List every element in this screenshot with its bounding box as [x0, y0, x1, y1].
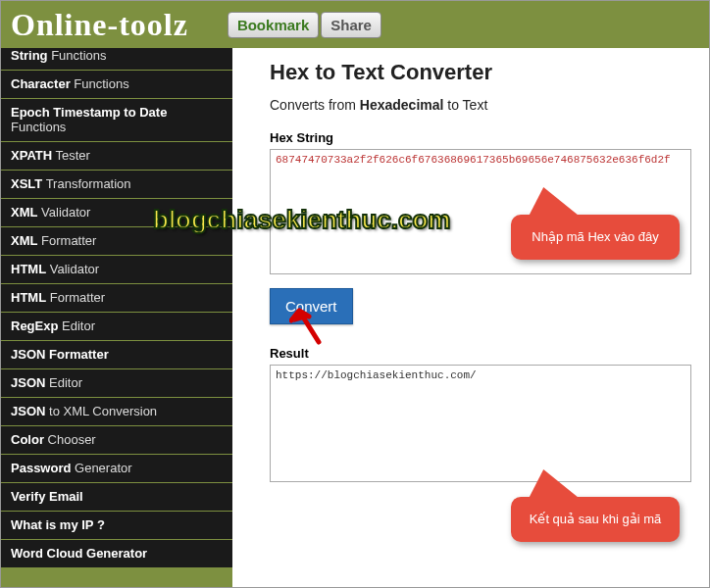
sidebar: String Functions Character Functions Epo…	[1, 48, 232, 588]
sidebar-item-xpath[interactable]: XPATH Tester	[1, 142, 232, 171]
sidebar-item-json-editor[interactable]: JSON Editor	[1, 369, 232, 398]
sidebar-item-html-formatter[interactable]: HTML Formatter	[1, 284, 232, 313]
header-bar: Online-toolz Bookmark Share	[1, 1, 709, 48]
sidebar-item-json-xml[interactable]: JSON to XML Conversion	[1, 398, 232, 426]
sidebar-item-verify-email[interactable]: Verify Email	[1, 483, 232, 512]
result-label: Result	[270, 346, 691, 361]
convert-button[interactable]: Convert	[270, 288, 353, 324]
bookmark-button[interactable]: Bookmark	[228, 12, 319, 38]
share-button[interactable]: Share	[321, 12, 381, 38]
page-title: Hex to Text Converter	[270, 60, 691, 85]
sidebar-item-regexp[interactable]: RegExp Editor	[1, 313, 232, 341]
main-panel: Hex to Text Converter Converts from Hexa…	[232, 48, 709, 588]
page-subtitle: Converts from Hexadecimal to Text	[270, 97, 691, 113]
sidebar-item-color[interactable]: Color Chooser	[1, 426, 232, 455]
callout-hex-input: Nhập mã Hex vào đây	[511, 215, 680, 260]
body-row: String Functions Character Functions Epo…	[1, 48, 709, 588]
callout-result: Kết quả sau khi gải mã	[511, 497, 680, 542]
sidebar-item-ip[interactable]: What is my IP ?	[1, 512, 232, 540]
sidebar-item-xml-formatter[interactable]: XML Formatter	[1, 227, 232, 256]
page-root: Online-toolz Bookmark Share String Funct…	[0, 0, 710, 588]
sidebar-item-html-validator[interactable]: HTML Validator	[1, 256, 232, 284]
header-buttons: Bookmark Share	[228, 12, 381, 38]
sidebar-item-xslt[interactable]: XSLT Transformation	[1, 171, 232, 199]
sidebar-item-json-formatter[interactable]: JSON Formatter	[1, 341, 232, 369]
sidebar-item-xml-validator[interactable]: XML Validator	[1, 199, 232, 227]
hex-label: Hex String	[270, 130, 691, 145]
sidebar-item-character[interactable]: Character Functions	[1, 71, 232, 99]
sidebar-item-epoch[interactable]: Epoch Timestamp to Date Functions	[1, 99, 232, 142]
site-logo[interactable]: Online-toolz	[11, 7, 188, 43]
result-output[interactable]	[270, 365, 691, 482]
sidebar-item-password[interactable]: Password Generator	[1, 455, 232, 483]
sidebar-item-string[interactable]: String Functions	[1, 48, 232, 71]
sidebar-item-wordcloud[interactable]: Word Cloud Generator	[1, 540, 232, 568]
